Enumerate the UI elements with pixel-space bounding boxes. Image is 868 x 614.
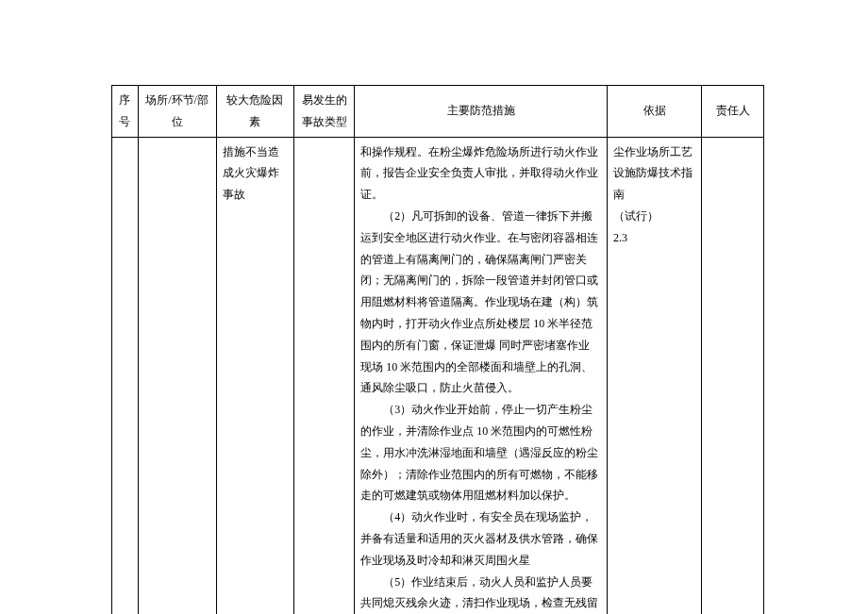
header-place: 场所/环节/部位 xyxy=(138,86,216,138)
cell-owner xyxy=(702,137,764,614)
measure-text-3: （3）动火作业开始前，停止一切产生粉尘的作业，并清除作业点 10 米范围内的可燃… xyxy=(360,399,601,506)
cell-risk: 措施不当造成火灾爆炸事故 xyxy=(216,137,294,614)
header-measure: 主要防范措施 xyxy=(355,86,608,138)
cell-type xyxy=(294,137,355,614)
cell-basis: 尘作业场所工艺设施防爆技术指南 （试行） 2.3 xyxy=(608,137,702,614)
measure-text-2: （2）凡可拆卸的设备、管道一律拆下并搬运到安全地区进行动火作业。在与密闭容器相连… xyxy=(360,206,601,399)
measure-text-5: （5）作业结束后，动火人员和监护人员要共同熄灭残余火迹，清扫作业现场，检查无残留… xyxy=(360,572,601,614)
header-type: 易发生的事故类型 xyxy=(294,86,355,138)
cell-measure: 和操作规程。在粉尘爆炸危险场所进行动火作业前，报告企业安全负责人审批，并取得动火… xyxy=(355,137,608,614)
header-seq: 序号 xyxy=(112,86,139,138)
measure-text-continuation: 和操作规程。在粉尘爆炸危险场所进行动火作业前，报告企业安全负责人审批，并取得动火… xyxy=(360,145,598,202)
table-header-row: 序号 场所/环节/部位 较大危险因素 易发生的事故类型 主要防范措施 依据 责任… xyxy=(112,86,764,138)
measure-text-4: （4）动火作业时，有安全员在现场监护，并备有适量和适用的灭火器材及供水管路，确保… xyxy=(360,506,601,571)
cell-seq xyxy=(112,137,139,614)
risk-table: 序号 场所/环节/部位 较大危险因素 易发生的事故类型 主要防范措施 依据 责任… xyxy=(111,85,764,614)
header-basis: 依据 xyxy=(608,86,702,138)
table-row: 措施不当造成火灾爆炸事故 和操作规程。在粉尘爆炸危险场所进行动火作业前，报告企业… xyxy=(112,137,764,614)
header-risk: 较大危险因素 xyxy=(216,86,294,138)
cell-place xyxy=(138,137,216,614)
header-owner: 责任人 xyxy=(702,86,764,138)
document-table-wrap: 序号 场所/环节/部位 较大危险因素 易发生的事故类型 主要防范措施 依据 责任… xyxy=(0,0,868,614)
